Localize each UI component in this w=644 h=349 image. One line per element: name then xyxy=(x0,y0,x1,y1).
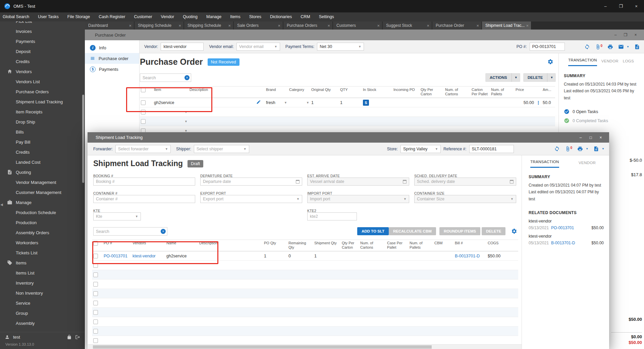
col-carton-per-pallet[interactable]: Carton Per Pallet xyxy=(471,87,490,98)
chevron-down-icon[interactable]: ▼ xyxy=(184,120,187,123)
col-num-of-pallets[interactable]: Num. of Pallets xyxy=(490,87,515,98)
actions-button[interactable]: ACTIONS ▼ xyxy=(485,73,520,82)
slt-empty-row[interactable] xyxy=(92,317,518,327)
scrollbar-thumb[interactable] xyxy=(93,345,432,349)
sidebar-section-quoting[interactable]: Quoting xyxy=(0,167,85,177)
slt-window-titlebar[interactable]: Shipment Load Tracking – □ × xyxy=(88,132,609,143)
container-size-select[interactable]: Container Size▼ xyxy=(414,195,516,203)
chevron-down-icon[interactable]: ▼ xyxy=(306,101,309,104)
price-cell[interactable]: 50.00 xyxy=(515,98,535,107)
roundup-items-button[interactable]: ROUNDUP ITEMS xyxy=(439,227,480,235)
row-checkbox[interactable] xyxy=(93,338,98,343)
col-case-per-pallet[interactable]: Case Per Pallet xyxy=(386,240,409,251)
shipment-qty-cell[interactable]: 1 xyxy=(313,251,341,261)
col-shipment-qty[interactable]: Shipment Qty xyxy=(313,240,341,251)
sidebar-item-credits-2[interactable]: Credits xyxy=(0,147,85,157)
departure-date-input[interactable]: Departure date xyxy=(200,178,302,186)
col-num-of-cartons[interactable]: Num. of Cartons xyxy=(444,87,471,98)
maximize-icon[interactable]: □ xyxy=(586,135,596,140)
tab-shipping-schedule-1[interactable]: Shipping Schedule× xyxy=(135,21,183,30)
slt-empty-row[interactable] xyxy=(92,298,518,308)
attachments-button[interactable]: 0 xyxy=(565,146,573,152)
gear-icon[interactable] xyxy=(511,228,517,234)
tab-shipment-load-tracking[interactable]: Shipment Load Trac...× xyxy=(482,21,531,30)
select-all-checkbox[interactable] xyxy=(141,88,146,92)
row-checkbox[interactable] xyxy=(141,100,146,105)
po-number-link[interactable]: PO-0013701 xyxy=(104,254,127,258)
completed-tasks-row[interactable]: 0 Completed Tasks xyxy=(564,118,644,123)
col-vendors[interactable]: Vendors xyxy=(131,240,165,251)
panel-tab-transaction[interactable]: TRANSACTION xyxy=(530,160,559,168)
po-item-row[interactable]: gh2service fresh▼ ▼ 1 1 S 50.00 ⋮ 50.0 xyxy=(140,98,555,107)
menu-cash-register[interactable]: Cash Register xyxy=(94,12,129,21)
chevron-down-icon[interactable]: ▼ xyxy=(512,73,520,82)
import-port-select[interactable]: Import port▼ xyxy=(307,195,409,203)
sidebar-item-non-inventory[interactable]: Non Inventory xyxy=(0,288,85,298)
nav-item-payments[interactable]: $ Payments xyxy=(85,64,139,74)
col-description[interactable]: Description xyxy=(198,240,263,251)
search-input[interactable] xyxy=(93,227,167,236)
col-cbm[interactable]: CBM xyxy=(433,240,454,251)
col-name[interactable]: Name xyxy=(165,240,198,251)
tab-suggest-stock[interactable]: Suggest Stock× xyxy=(383,21,432,30)
tab-dashboard[interactable]: Dashboard× xyxy=(85,21,134,30)
bill-number-link[interactable]: B-0013701-D xyxy=(455,254,480,258)
col-original-qty[interactable]: Original Qty xyxy=(310,87,339,98)
sidebar-item-pick-list[interactable]: Pick List xyxy=(0,21,85,26)
sidebar-item-assembly[interactable]: Assembly xyxy=(0,318,85,328)
col-qty-per-carton[interactable]: Qty Per Carton xyxy=(420,87,444,98)
tab-close-icon[interactable]: × xyxy=(377,23,380,28)
horizontal-scrollbar[interactable] xyxy=(88,344,522,349)
tab-sale-orders[interactable]: Sale Orders× xyxy=(234,21,283,30)
col-qty-per-carton[interactable]: Qty Per Carton xyxy=(341,240,359,251)
row-checkbox[interactable] xyxy=(93,310,98,315)
slt-empty-row[interactable] xyxy=(92,270,518,280)
sidebar-item-service[interactable]: Service xyxy=(0,298,85,308)
store-select[interactable]: Spring Valley▼ xyxy=(400,145,441,153)
sidebar-item-production[interactable]: Production xyxy=(0,217,85,228)
slt-empty-row[interactable] xyxy=(92,280,518,289)
col-cogs[interactable]: COGS xyxy=(487,240,518,251)
sidebar-item-production-schedule[interactable]: Production Schedule xyxy=(0,207,85,217)
kte-select[interactable]: Kte▼ xyxy=(93,212,141,220)
sidebar-item-purchase-orders[interactable]: Purchase Orders xyxy=(0,87,85,97)
col-in-stock[interactable]: In Stock xyxy=(362,87,392,98)
row-checkbox[interactable] xyxy=(93,254,98,258)
restore-icon[interactable]: ❐ xyxy=(621,33,631,37)
export-document-icon[interactable] xyxy=(593,146,599,152)
vendor-link[interactable]: ktest-vendor xyxy=(132,254,156,258)
po-empty-row[interactable]: ▼ xyxy=(140,107,555,117)
tab-close-icon[interactable]: × xyxy=(278,23,280,28)
tab-close-icon[interactable]: × xyxy=(129,23,131,28)
panel-tab-transaction[interactable]: TRANSACTION xyxy=(568,58,597,66)
col-po-number[interactable]: PO # xyxy=(103,240,131,251)
email-icon[interactable] xyxy=(618,44,624,50)
est-arrive-date-input[interactable]: Vessel arrival date xyxy=(307,178,409,186)
menu-file-storage[interactable]: File Storage xyxy=(63,12,94,21)
col-incoming-po[interactable]: Incoming PO xyxy=(392,87,420,98)
sched-delivery-date-input[interactable]: Sched. delivery date xyxy=(414,178,516,186)
col-amount[interactable]: Am... xyxy=(542,87,555,98)
row-checkbox[interactable] xyxy=(93,319,98,324)
clear-search-icon[interactable]: × xyxy=(184,75,190,80)
row-checkbox[interactable] xyxy=(141,110,146,114)
tab-close-icon[interactable]: × xyxy=(228,23,231,28)
slt-empty-row[interactable] xyxy=(92,336,518,345)
related-document-link[interactable]: B-0013701-D xyxy=(551,241,575,245)
sidebar-scrollbar[interactable] xyxy=(82,95,84,183)
gear-icon[interactable] xyxy=(547,59,553,65)
tab-purchase-orders[interactable]: Purchase Orders× xyxy=(283,21,332,30)
forwarder-select[interactable]: Select forwarder▼ xyxy=(115,145,171,153)
chevron-down-icon[interactable]: ▼ xyxy=(184,110,187,114)
tab-close-icon[interactable]: × xyxy=(526,23,529,28)
sidebar-item-pay-bill[interactable]: Pay Bill xyxy=(0,137,85,147)
export-port-select[interactable]: Export port▼ xyxy=(200,195,302,203)
row-menu-icon[interactable]: ⋮ xyxy=(536,100,541,105)
menu-vendor[interactable]: Vendor xyxy=(157,12,179,21)
menu-dictionaries[interactable]: Dictionaries xyxy=(266,12,296,21)
row-checkbox[interactable] xyxy=(93,263,98,268)
sidebar-collapse-icon[interactable]: ◀ xyxy=(0,203,3,206)
sidebar-item-shipment-load-tracking[interactable]: Shipment Load Tracking xyxy=(0,97,85,107)
sidebar-section-vendors[interactable]: Vendors xyxy=(0,66,85,77)
recalculate-cbm-button[interactable]: RECALCULATE CBM xyxy=(389,227,436,235)
